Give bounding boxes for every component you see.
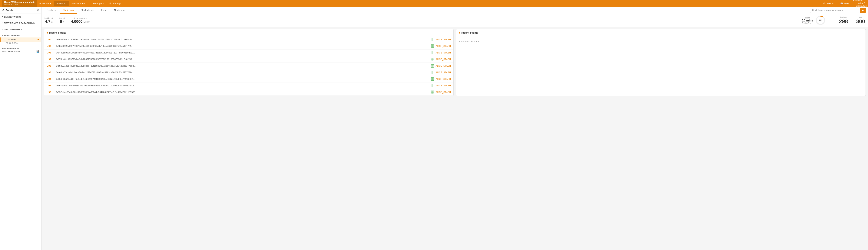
governance-nav[interactable]: Governance ▾	[69, 1, 89, 6]
test-relays-header[interactable]: ▾ TEST RELAYS & PARACHAINS	[0, 21, 41, 25]
block-hash: 0xb48c59ba701fb06885446cbae74f2e3d3cabf1…	[56, 51, 429, 54]
block-number: ...94	[46, 78, 56, 80]
blocks-title: recent blocks	[49, 31, 66, 34]
events-panel-header: recent events	[456, 29, 866, 36]
search-input[interactable]	[810, 8, 859, 13]
svg-rect-2	[431, 38, 434, 41]
panel-dot	[46, 32, 48, 34]
svg-rect-42	[431, 91, 434, 94]
svg-rect-7	[431, 45, 434, 48]
block-number: ...96	[46, 65, 56, 67]
epoch-percent: 9%	[819, 19, 822, 22]
sidebar: ↺ Switch ✕ ▾ LIVE NETWORKS ▾ TEST RELAYS…	[0, 7, 41, 250]
block-row[interactable]: ...96 0xb5b291c8a7b0d93571b9deea6723f1c6…	[44, 63, 454, 69]
close-icon[interactable]: ✕	[37, 9, 39, 12]
epoch-ring: 9%	[815, 15, 825, 25]
block-hash: 0x332ebac05e0a10ed256863d8b433044a334200…	[56, 91, 429, 94]
chevron-down-icon: ▾	[2, 22, 3, 24]
tab-node-info[interactable]: Node info	[111, 7, 127, 14]
tab-chain-info[interactable]: Chain info	[60, 7, 77, 14]
block-row[interactable]: ...95 0x460da7abccb1d00ca705ec1227d78610…	[44, 69, 454, 76]
block-hash: 0x878ba6cc493793daa3da2b932783980f35f267…	[56, 58, 429, 61]
chain-tab[interactable]: HydraDX Development chain version 6 #300	[2, 0, 37, 7]
chain-name: HydraDX Development chain	[4, 1, 35, 4]
gear-icon: ⚙	[109, 2, 112, 5]
live-networks-header[interactable]: ▾ LIVE NETWORKS	[0, 15, 41, 19]
blocks-panel: recent blocks ...00 0x3d422eada19f6876cf…	[44, 29, 454, 96]
wiki-icon: 📖	[840, 2, 843, 5]
block-icon	[430, 71, 434, 74]
tab-explorer[interactable]: Explorer	[44, 7, 59, 14]
version-info: HydraDX v3.0.1 api v4.3.1 apps v0.86-2	[853, 0, 867, 7]
block-author: ALICE_STASH	[436, 51, 451, 54]
switch-button[interactable]: ↺ Switch ✕	[0, 7, 41, 14]
block-row[interactable]: ...93 0x5672e6ba76a490680477795cbc931e55…	[44, 82, 454, 89]
no-events: No events available	[456, 36, 866, 47]
block-row[interactable]: ...99 0x98fa0369516228a3f1bbff0ed436a0fd…	[44, 43, 454, 49]
chevron-down-icon: ▾	[103, 2, 104, 4]
developer-nav[interactable]: Developer ▾	[89, 1, 106, 6]
custom-endpoint-label: custom endpoint	[2, 47, 39, 50]
layout: ↺ Switch ✕ ▾ LIVE NETWORKS ▾ TEST RELAYS…	[0, 7, 868, 250]
github-link[interactable]: ⎇ GitHub	[820, 1, 836, 6]
block-icon	[430, 51, 434, 55]
block-hash: 0x98fa0369516228a3f1bbff0ed436a0fd2bc171…	[56, 45, 429, 47]
block-icon	[430, 77, 434, 81]
save-icon[interactable]: 💾	[36, 50, 39, 53]
block-row[interactable]: ...92 0x332ebac05e0a10ed256863d8b433044a…	[44, 89, 454, 96]
block-row[interactable]: ...97 0x878ba6cc493793daa3da2b932783980f…	[44, 56, 454, 63]
github-icon: ⎇	[822, 2, 825, 5]
block-row[interactable]: ...94 0x6648bbaa3cd187b5b4d5a4d63fd924cf…	[44, 76, 454, 82]
endpoint-label: 127.0.0.1:9944	[0, 42, 41, 45]
sidebar-item-local-node[interactable]: Local Node	[0, 37, 41, 42]
block-hash: 0x460da7abccb1d00ca705ec1227d78610f054c4…	[56, 71, 429, 74]
block-icon	[430, 38, 434, 41]
block-number: ...98	[46, 51, 56, 54]
development-header[interactable]: ▾ DEVELOPMENT	[0, 34, 41, 37]
top-navbar: HydraDX Development chain version 6 #300…	[0, 0, 868, 7]
chevron-down-icon: ▾	[66, 2, 67, 4]
chain-version: version 6 #300	[4, 4, 35, 6]
last-block-value: 4.7 s	[44, 20, 53, 24]
network-nav[interactable]: Network ▾	[54, 1, 69, 6]
block-icon	[430, 44, 434, 48]
epoch-text: epoch 10 mins 9 mins 6 s	[802, 16, 813, 24]
target-value: 6 s	[59, 20, 65, 24]
sub-navbar: Explorer Chain info Block details Forks …	[41, 7, 868, 14]
block-number: ...97	[46, 58, 56, 61]
custom-endpoint-section: custom endpoint ws://127.0.0.1:9944 💾	[0, 46, 41, 54]
settings-nav[interactable]: ⚙ Settings	[107, 1, 123, 6]
accounts-nav[interactable]: Accounts ▾	[37, 1, 53, 6]
main-content: Explorer Chain info Block details Forks …	[41, 7, 868, 250]
panel-dot	[459, 32, 460, 34]
svg-rect-17	[431, 58, 434, 61]
chevron-down-icon: ▾	[2, 15, 3, 18]
development-section: ▾ DEVELOPMENT Local Node 127.0.0.1:9944	[0, 32, 41, 46]
finalized-stat: finalized 298	[839, 16, 848, 25]
block-author: ALICE_STASH	[436, 71, 451, 74]
search-area: ▶	[810, 7, 866, 13]
tab-forks[interactable]: Forks	[98, 7, 110, 14]
live-networks-section: ▾ LIVE NETWORKS	[0, 14, 41, 20]
active-dot	[37, 39, 39, 40]
svg-rect-27	[431, 71, 434, 74]
test-networks-header[interactable]: ▾ TEST NETWORKS	[0, 27, 41, 31]
blocks-list: ...00 0x3d422eada19f6876cf296de0a817aebc…	[44, 36, 454, 96]
chevron-down-icon: ▾	[2, 28, 3, 31]
block-hash: 0x3d422eada19f6876cf296de0a817aebcd3879b…	[56, 38, 429, 41]
content-area: recent blocks ...00 0x3d422eada19f6876cf…	[41, 27, 868, 98]
last-block-stat: last block 4.7 s	[44, 17, 53, 24]
block-author: ALICE_STASH	[436, 78, 451, 80]
tab-block-details[interactable]: Block details	[78, 7, 97, 14]
events-title: recent events	[461, 31, 478, 34]
target-stat: target 6 s	[59, 17, 65, 24]
chevron-down-icon: ▾	[50, 2, 51, 4]
block-row[interactable]: ...98 0xb48c59ba701fb06885446cbae74f2e3d…	[44, 49, 454, 56]
search-button[interactable]: ▶	[860, 8, 866, 13]
block-author: ALICE_STASH	[436, 84, 451, 87]
block-number: ...92	[46, 91, 56, 94]
wiki-link[interactable]: 📖 Wiki	[838, 1, 851, 6]
block-icon	[430, 58, 434, 61]
block-row[interactable]: ...00 0x3d422eada19f6876cf296de0a817aebc…	[44, 36, 454, 43]
best-stat: best 300	[856, 16, 865, 25]
